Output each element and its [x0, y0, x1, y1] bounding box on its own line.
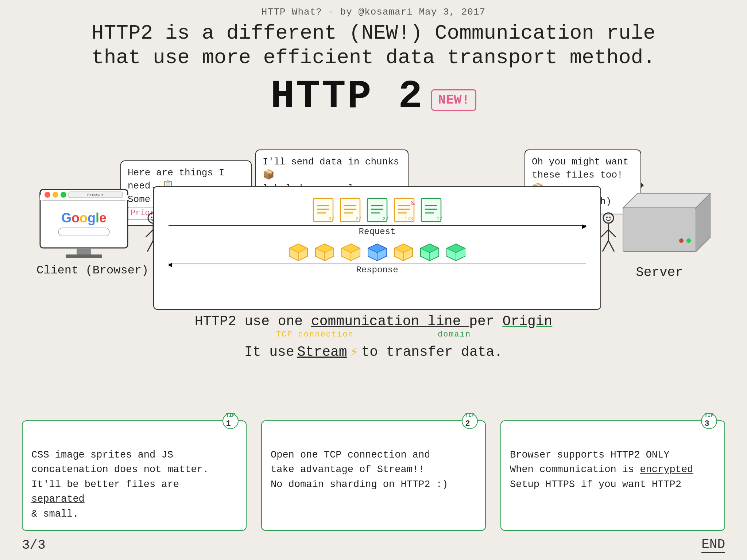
end-label: END — [701, 537, 725, 553]
bottom-line2-suffix: to transfer data. — [361, 344, 503, 360]
tip-label-1: TIP — [226, 413, 235, 418]
tip-badge-1: TIP 1 — [222, 413, 239, 429]
tip-box-3: TIP 3 Browser supports HTTP2 ONLYWhen co… — [500, 420, 725, 531]
svg-marker-29 — [623, 193, 711, 208]
server-svg — [608, 186, 711, 259]
svg-text:2/3: 2/3 — [356, 216, 361, 222]
svg-point-3 — [44, 192, 50, 198]
request-icons-row: 3/3 2/3 2/2 — [165, 198, 589, 222]
server-box: Server — [608, 186, 711, 280]
main-title-line1: HTTP2 is a different (NEW!) Communicatio… — [0, 21, 747, 46]
svg-point-5 — [61, 192, 66, 198]
doc-icon-4: 1/3 — [394, 198, 415, 222]
svg-line-14 — [146, 230, 153, 237]
main-page: HTTP What? - by @kosamari May 3, 2017 HT… — [0, 0, 747, 560]
tip-label-2: TIP — [465, 413, 474, 418]
bottom-line2: It use Stream ⚡ to transfer data. — [36, 343, 711, 360]
header-subtitle: HTTP What? - by @kosamari May 3, 2017 — [0, 0, 747, 18]
tip3-text: Browser supports HTTP2 ONLYWhen communic… — [510, 450, 693, 490]
http2-heading: HTTP 2 NEW! — [0, 74, 747, 119]
svg-point-4 — [53, 192, 58, 198]
doc-icon-5: 1/2 — [421, 198, 442, 222]
bottom-communication-line: communication line — [311, 314, 469, 329]
response-arrow-container: ◀ — [165, 264, 589, 264]
bottom-sublabel: TCP connection domain — [36, 330, 711, 339]
svg-rect-28 — [623, 208, 696, 252]
bottom-text-area: HTTP2 use one communication line per Ori… — [36, 314, 711, 360]
tip-text-2: Open one TCP connection andtake advantag… — [271, 433, 476, 492]
svg-text:3/3: 3/3 — [329, 216, 334, 222]
svg-rect-10 — [77, 248, 91, 255]
svg-text:Browser: Browser — [87, 193, 104, 197]
svg-point-31 — [686, 238, 691, 243]
doc-icon-2: 2/3 — [340, 198, 361, 222]
box-icon-1 — [288, 242, 309, 261]
svg-point-32 — [679, 238, 684, 243]
svg-text:1/2: 1/2 — [437, 216, 442, 222]
box-icon-7 — [445, 242, 467, 261]
main-title-line2: that use more efficient data transport m… — [0, 46, 747, 70]
client-label: Client (Browser) — [36, 264, 148, 277]
tips-area: TIP 1 CSS image sprites and JSconcatenat… — [22, 420, 725, 531]
bottom-line2-prefix: It use — [244, 344, 294, 360]
doc-icon-3: 2/2 — [367, 198, 388, 222]
browser-svg: Browser Google — [36, 186, 131, 259]
svg-text:Google: Google — [61, 210, 107, 225]
box-icon-6 — [419, 242, 440, 261]
svg-text:2/2: 2/2 — [383, 216, 388, 222]
svg-rect-11 — [66, 254, 102, 258]
svg-rect-9 — [58, 228, 109, 236]
tcp-label: TCP connection — [276, 330, 354, 339]
tip-box-2: TIP 2 Open one TCP connection andtake ad… — [261, 420, 486, 531]
doc-icon-1: 3/3 — [313, 198, 334, 222]
tip2-text: Open one TCP connection andtake advantag… — [271, 450, 448, 490]
page-number: 3/3 — [22, 538, 46, 553]
tip-box-1: TIP 1 CSS image sprites and JSconcatenat… — [22, 420, 247, 531]
lightning-icon: ⚡ — [350, 343, 359, 360]
stream-word: Stream — [297, 344, 347, 360]
svg-line-24 — [603, 241, 608, 252]
box-icon-5 — [393, 242, 414, 261]
response-label: Response — [165, 265, 589, 275]
box-icon-3 — [340, 242, 361, 261]
tip-num-2: 2 — [465, 418, 474, 430]
svg-line-22 — [601, 230, 608, 237]
tip-badge-2: TIP 2 — [462, 413, 478, 429]
svg-point-18 — [151, 217, 152, 218]
domain-label: domain — [438, 330, 471, 339]
tip-num-1: 1 — [226, 418, 235, 430]
tip-text-3: Browser supports HTTP2 ONLYWhen communic… — [510, 433, 716, 492]
transmission-box: 3/3 2/3 2/2 — [153, 186, 601, 310]
client-box: Browser Google Client (Browser) — [36, 186, 148, 277]
tip-badge-3: TIP 3 — [701, 413, 717, 429]
bottom-line1: HTTP2 use one communication line per Ori… — [36, 314, 711, 329]
tip-label-3: TIP — [704, 413, 713, 418]
svg-line-16 — [147, 241, 153, 252]
tip-num-3: 3 — [704, 418, 713, 430]
svg-text:1/3: 1/3 — [405, 216, 413, 222]
server-label: Server — [608, 265, 711, 280]
request-arrow-container: ▶ — [165, 225, 589, 226]
bottom-line1-prefix: HTTP2 use one — [195, 314, 303, 329]
new-badge: NEW! — [431, 89, 476, 111]
svg-point-26 — [606, 217, 608, 218]
tip-text-1: CSS image sprites and JSconcatenation do… — [31, 433, 237, 521]
tip1-line1: CSS image sprites and JSconcatenation do… — [31, 450, 209, 520]
response-icons-row — [165, 242, 589, 261]
main-title-area: HTTP2 is a different (NEW!) Communicatio… — [0, 21, 747, 70]
bottom-origin: Origin — [502, 314, 552, 329]
box-icon-4 — [367, 242, 388, 261]
bottom-per: per — [469, 314, 502, 329]
http2-big-text: HTTP 2 — [271, 74, 424, 119]
box-icon-2 — [314, 242, 335, 261]
request-label: Request — [165, 227, 589, 237]
